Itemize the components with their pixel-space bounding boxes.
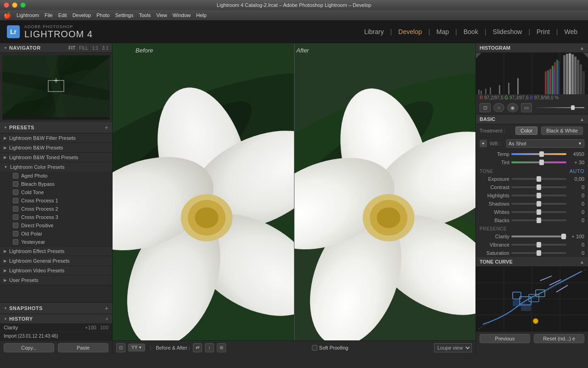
apple-menu[interactable]: 🍎 <box>4 12 11 19</box>
preset-group-user-header[interactable]: ▶ User Presets <box>0 276 112 285</box>
preset-bleach-bypass[interactable]: Bleach Bypass <box>0 180 112 188</box>
preset-group-bwtoned-header[interactable]: ▶ Lightroom B&W Toned Presets <box>0 153 112 162</box>
minimize-button[interactable] <box>12 2 17 8</box>
tint-slider[interactable] <box>511 161 566 163</box>
close-button[interactable] <box>4 2 9 8</box>
preset-group-bw-header[interactable]: ▶ Lightroom B&W Presets <box>0 143 112 152</box>
svg-point-21 <box>195 207 218 228</box>
svg-rect-43 <box>490 87 491 94</box>
saturation-slider[interactable] <box>511 252 566 254</box>
preset-icon <box>13 223 18 228</box>
paste-button[interactable]: Paste <box>58 343 108 352</box>
nav-book[interactable]: Book <box>460 28 482 35</box>
copy-before-to-after-button[interactable]: ↕ <box>205 343 214 352</box>
menu-edit[interactable]: Edit <box>58 12 67 18</box>
preset-old-polar[interactable]: Old Polar <box>0 230 112 238</box>
bw-button[interactable]: Black & White <box>541 126 582 135</box>
tint-value: + 30 <box>568 160 584 165</box>
copy-button[interactable]: Copy... <box>4 343 54 352</box>
contrast-slider[interactable] <box>511 186 566 188</box>
menu-file[interactable]: File <box>45 12 53 18</box>
menu-tools[interactable]: Tools <box>139 12 151 18</box>
wb-select[interactable]: As Shot ▼ <box>506 139 584 148</box>
blacks-slider[interactable] <box>511 219 566 221</box>
preset-group-general-header[interactable]: ▶ Lightroom General Presets <box>0 256 112 265</box>
history-close-button[interactable]: × <box>106 316 108 322</box>
preset-cross-process-1[interactable]: Cross Process 1 <box>0 196 112 205</box>
nav-develop[interactable]: Develop <box>395 28 425 35</box>
clarity-slider[interactable] <box>511 236 566 237</box>
snapshots-header[interactable]: ▼ Snapshots + <box>0 302 112 314</box>
history-item-import[interactable]: Import (23.01.12 21:43:46) <box>0 332 112 340</box>
whites-slider[interactable] <box>511 211 566 213</box>
maximize-button[interactable] <box>20 2 26 8</box>
menu-view[interactable]: View <box>156 12 167 18</box>
mode-select[interactable]: Loupe view <box>434 343 472 352</box>
history-item-clarity[interactable]: Clarity +100 100 <box>0 323 112 332</box>
highlights-slider[interactable] <box>511 195 566 196</box>
preset-group-color-header[interactable]: ▼ Lightroom Color Presets <box>0 162 112 172</box>
navigator-toggle: ▼ <box>4 46 7 50</box>
healing-tool[interactable]: ○ <box>493 103 504 112</box>
nav-library[interactable]: Library <box>361 28 388 35</box>
menu-window[interactable]: Window <box>173 12 191 18</box>
menu-help[interactable]: Help <box>196 12 207 18</box>
menu-lightroom[interactable]: Lightroom <box>17 12 39 18</box>
snapshots-add-button[interactable]: + <box>105 305 108 312</box>
svg-rect-56 <box>563 55 565 94</box>
nav-fill[interactable]: FILL <box>79 46 88 51</box>
tone-auto-button[interactable]: Auto <box>570 168 584 174</box>
nav-web[interactable]: Web <box>560 28 581 35</box>
nav-slideshow[interactable]: Slideshow <box>489 28 526 35</box>
preset-group-effect-header[interactable]: ▶ Lightroom Effect Presets <box>0 247 112 256</box>
menu-settings[interactable]: Settings <box>115 12 134 18</box>
exposure-slider[interactable] <box>511 178 566 180</box>
preset-yesteryear[interactable]: Yesteryear <box>0 238 112 246</box>
preset-group-video-header[interactable]: ▶ Lightroom Video Presets <box>0 266 112 275</box>
temp-slider[interactable] <box>511 153 566 155</box>
preset-aged-photo[interactable]: Aged Photo <box>0 172 112 180</box>
wb-eyedropper[interactable]: ✦ <box>480 140 487 147</box>
histogram-section: Histogram ▲ <box>476 43 588 101</box>
view-mode-button[interactable]: ⊡ <box>116 343 125 352</box>
soft-proof-checkbox[interactable] <box>312 345 317 351</box>
preset-cold-tone[interactable]: Cold Tone <box>0 188 112 196</box>
menu-photo[interactable]: Photo <box>96 12 110 18</box>
nav-3to1[interactable]: 3:1 <box>102 46 108 51</box>
reset-button[interactable]: Reset (nd...) e <box>534 334 584 343</box>
swap-before-after-button[interactable]: ⇄ <box>193 343 202 352</box>
presets-header[interactable]: ▼ Presets + <box>0 122 112 133</box>
presets-add-button[interactable]: + <box>105 124 108 131</box>
svg-rect-62 <box>580 64 582 94</box>
preset-icon <box>13 190 18 195</box>
preset-group-bwfilter-header[interactable]: ▶ Lightroom B&W Filter Presets <box>0 133 112 143</box>
navigator-header[interactable]: ▼ Navigator FIT FILL 1:1 3:1 <box>0 43 112 53</box>
menu-develop[interactable]: Develop <box>73 12 91 18</box>
preset-cross-process-2[interactable]: Cross Process 2 <box>0 205 112 213</box>
previous-button[interactable]: Previous <box>480 334 530 343</box>
nav-print[interactable]: Print <box>533 28 554 35</box>
nav-fit[interactable]: FIT <box>68 46 75 51</box>
tint-label: Tint <box>480 160 509 165</box>
nav-1to1[interactable]: 1:1 <box>92 46 98 51</box>
nav-map[interactable]: Map <box>433 28 452 35</box>
whites-row: Whites 0 <box>476 208 588 216</box>
graduated-filter-tool[interactable]: ▭ <box>521 103 532 112</box>
yy-button[interactable]: YY ▼ <box>128 344 145 351</box>
shadows-slider[interactable] <box>511 203 566 205</box>
basic-header[interactable]: Basic ▲ <box>476 115 588 124</box>
vibrance-slider[interactable] <box>511 244 566 246</box>
preset-direct-positive[interactable]: Direct Positive <box>0 221 112 230</box>
navigator-image[interactable] <box>2 55 110 120</box>
left-panel: ▼ Navigator FIT FILL 1:1 3:1 <box>0 43 113 354</box>
tool-slider-area <box>537 107 584 108</box>
color-button[interactable]: Color <box>515 126 537 135</box>
navigator-image-wrapper <box>0 53 112 122</box>
tone-curve-header[interactable]: Tone Curve ▲ <box>476 257 588 267</box>
preset-cross-process-3[interactable]: Cross Process 3 <box>0 213 112 221</box>
layout-button[interactable]: ⊞ <box>217 343 226 352</box>
histogram-header[interactable]: Histogram ▲ <box>476 43 588 53</box>
redeye-tool[interactable]: ◉ <box>507 103 518 112</box>
history-header[interactable]: ▼ History × <box>0 314 112 323</box>
crop-tool[interactable]: ⊡ <box>480 103 491 112</box>
